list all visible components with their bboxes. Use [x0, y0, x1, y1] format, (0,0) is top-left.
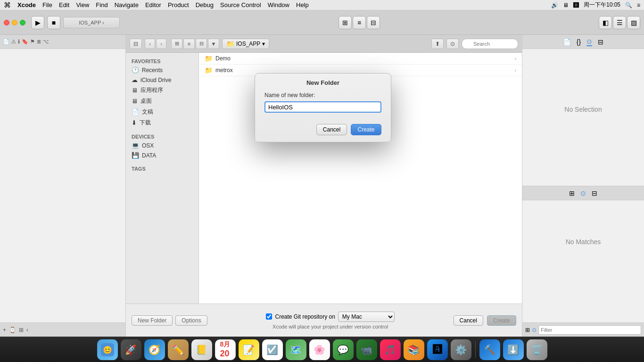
- dock-contacts[interactable]: 📒: [191, 339, 212, 360]
- dock-calendar[interactable]: 8月20: [215, 339, 236, 360]
- info-icon[interactable]: ℹ: [18, 39, 20, 45]
- menu-help[interactable]: Help: [296, 1, 309, 8]
- filter-nav-icon[interactable]: ⌚: [9, 327, 16, 333]
- lines-icon[interactable]: ≡: [637, 2, 640, 8]
- apple-logo[interactable]: ⌘: [4, 1, 11, 9]
- scheme-selector[interactable]: IOS_APP ›: [63, 17, 120, 28]
- stop-button[interactable]: ■: [47, 16, 60, 29]
- navigator-bottom: + ⌚ ⊞ ‹: [0, 322, 125, 337]
- list-view-btn[interactable]: ≡: [353, 16, 366, 29]
- dock-finder[interactable]: 😊: [97, 339, 118, 360]
- dock-facetime[interactable]: 📹: [356, 339, 377, 360]
- modal-create-button[interactable]: Create: [351, 124, 381, 135]
- dock-sysprefs[interactable]: ⚙️: [451, 339, 471, 360]
- filter-input[interactable]: [538, 325, 641, 335]
- search-menubar-icon[interactable]: 🔍: [625, 2, 632, 8]
- sidebar-item-recents-label: Recents: [142, 67, 163, 74]
- dock-maps[interactable]: 🗺️: [286, 339, 306, 360]
- label-icon-btn[interactable]: ⊙: [446, 39, 459, 49]
- inspector-bottom-toolbar: ⊞ ⊙ ⊟: [522, 186, 644, 200]
- list-view-btn2[interactable]: ≡: [183, 39, 195, 49]
- grid-inspector-icon[interactable]: ⊞: [569, 189, 575, 197]
- file-icon[interactable]: 📄: [3, 39, 9, 45]
- modal-cancel-button[interactable]: Cancel: [316, 124, 347, 135]
- git-nav-icon[interactable]: ⌥: [43, 39, 49, 45]
- grid-view-btn[interactable]: ⊞: [171, 39, 182, 49]
- sidebar-item-data[interactable]: 💾 DATA: [126, 150, 198, 160]
- dock-xcode-icon[interactable]: 🔨: [479, 339, 500, 360]
- maximize-button[interactable]: [20, 20, 25, 25]
- create-button[interactable]: Create: [487, 315, 516, 326]
- sidebar-item-icloud[interactable]: ☁ iCloud Drive: [126, 75, 198, 85]
- sidebar-item-documents[interactable]: 📄 文稿: [126, 107, 198, 117]
- nav-forward-arrow[interactable]: ›: [156, 39, 166, 49]
- dock-safari[interactable]: 🧭: [144, 339, 165, 360]
- report-icon[interactable]: ≣: [37, 39, 41, 45]
- canvas-view-btn[interactable]: ⊟: [367, 16, 380, 29]
- menu-find[interactable]: Find: [96, 1, 107, 8]
- menu-navigate[interactable]: Navigate: [115, 1, 139, 8]
- menu-view[interactable]: View: [76, 1, 89, 8]
- sidebar-item-desktop[interactable]: 🖥 桌面: [126, 96, 198, 107]
- column-view-btn[interactable]: ⊟: [196, 39, 207, 49]
- view-icon-btn[interactable]: ⊟: [130, 39, 142, 49]
- menu-file[interactable]: File: [42, 1, 52, 8]
- back-nav-icon[interactable]: ‹: [26, 327, 28, 333]
- dock-photos[interactable]: 🌸: [309, 339, 330, 360]
- warning-icon[interactable]: ⚠: [11, 39, 16, 45]
- dock-sketch[interactable]: ✏️: [168, 339, 189, 360]
- menu-edit[interactable]: Edit: [59, 1, 69, 8]
- circle-filter-icon[interactable]: ⊙: [532, 327, 537, 333]
- run-button[interactable]: ▶: [31, 16, 44, 29]
- navigator-toggle[interactable]: ◧: [599, 16, 612, 29]
- file-inspector-icon[interactable]: 📄: [563, 38, 571, 46]
- grid-nav-icon[interactable]: ⊞: [19, 327, 24, 333]
- dock-trash-icon[interactable]: 🗑️: [527, 339, 547, 360]
- folder-name-input[interactable]: [264, 101, 381, 113]
- dock-rocket[interactable]: 🚀: [121, 339, 141, 360]
- sidebar-item-osx[interactable]: 💻 OSX: [126, 140, 198, 150]
- more-view-btn[interactable]: ▼: [208, 39, 219, 49]
- menu-editor[interactable]: Editor: [145, 1, 161, 8]
- nav-back-arrow[interactable]: ‹: [145, 39, 155, 49]
- breadcrumb-folder[interactable]: 📁 IOS_APP ▾: [222, 39, 269, 49]
- sidebar-item-apps[interactable]: 🖥 应用程序: [126, 85, 198, 96]
- circle-inspector-icon[interactable]: ⊙: [580, 189, 586, 197]
- dock-appstore[interactable]: 🅰: [427, 339, 448, 360]
- close-button[interactable]: [4, 20, 9, 25]
- inspector-toggle[interactable]: ▨: [627, 16, 640, 29]
- menu-product[interactable]: Product: [168, 1, 189, 8]
- sidebar-item-recents[interactable]: 🕐 Recents: [126, 65, 198, 75]
- attributes-icon[interactable]: ⊙: [586, 38, 592, 46]
- dock-reminders[interactable]: ☑️: [262, 339, 283, 360]
- minimize-button[interactable]: [12, 20, 17, 25]
- new-folder-button[interactable]: New Folder: [132, 315, 173, 326]
- debug-toggle[interactable]: ☰: [613, 16, 626, 29]
- git-location-select[interactable]: My Mac: [338, 312, 395, 322]
- grid-filter-icon[interactable]: ⊞: [525, 327, 530, 333]
- menu-source-control[interactable]: Source Control: [220, 1, 261, 8]
- dock-messages[interactable]: 💬: [333, 339, 354, 360]
- table-inspector-icon[interactable]: ⊟: [592, 189, 597, 197]
- breakpoint-icon[interactable]: ⚑: [30, 39, 35, 45]
- options-button[interactable]: Options: [175, 315, 207, 326]
- file-item-demo[interactable]: 📁 Demo ›: [199, 53, 522, 65]
- dock-books[interactable]: 📚: [404, 339, 424, 360]
- sidebar-item-downloads[interactable]: ⬇ 下载: [126, 117, 198, 128]
- menu-debug[interactable]: Debug: [196, 1, 214, 8]
- menu-window[interactable]: Window: [268, 1, 289, 8]
- bookmark-icon[interactable]: 🔖: [22, 39, 28, 45]
- git-checkbox[interactable]: [266, 313, 272, 320]
- share-icon-btn[interactable]: ⬆: [431, 39, 444, 49]
- desktop-icon: 🖥: [132, 98, 138, 105]
- dock-notes[interactable]: 📝: [239, 339, 259, 360]
- quick-help-icon[interactable]: {}: [577, 38, 581, 46]
- dock-downloads-icon[interactable]: ⬇️: [503, 339, 524, 360]
- search-input[interactable]: [462, 39, 518, 49]
- menu-app-name[interactable]: Xcode: [17, 1, 36, 8]
- editor-view-btn[interactable]: ⊞: [339, 16, 352, 29]
- dock-music[interactable]: 🎵: [380, 339, 401, 360]
- size-inspector-icon[interactable]: ⊟: [598, 38, 603, 46]
- cancel-button[interactable]: Cancel: [454, 315, 483, 326]
- add-nav-icon[interactable]: +: [3, 327, 6, 333]
